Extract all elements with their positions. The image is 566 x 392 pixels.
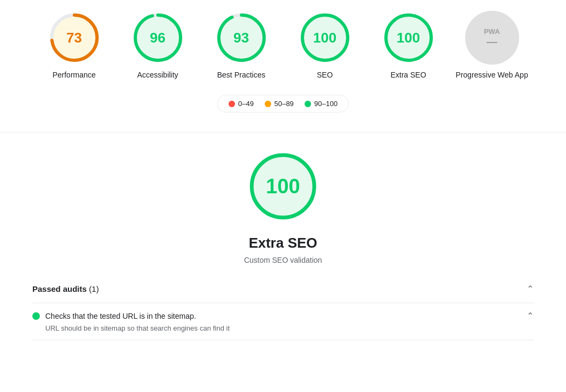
audit-list: Checks that the tested URL is in the sit… [32,303,534,340]
audit-expand-icon[interactable]: ⌃ [527,311,534,321]
audit-item-left: Checks that the tested URL is in the sit… [32,312,196,320]
pwa-label: PWA [484,27,500,36]
score-value-best-practices: 93 [233,30,249,46]
legend-item-mid: 50–89 [265,100,294,108]
main-score-subtitle: Custom SEO validation [244,256,322,264]
main-score-title: Extra SEO [249,235,317,251]
score-circle-pwa: PWA — [465,11,519,65]
score-value-accessibility: 96 [150,30,165,46]
score-circle-seo: 100 [298,11,352,65]
audits-header[interactable]: Passed audits (1) ⌃ [32,275,534,303]
legend-dot-green [305,101,311,107]
legend-item-low: 0–49 [229,100,254,108]
score-card-extra-seo[interactable]: 100 Extra SEO [369,11,447,80]
score-label-best-practices: Best Practices [217,70,265,80]
score-value-extra-seo: 100 [397,30,420,46]
audits-count: (1) [89,284,99,293]
score-label-performance: Performance [52,70,95,80]
score-circle-extra-seo: 100 [382,11,436,65]
legend-dot-red [229,101,235,107]
score-label-accessibility: Accessibility [137,70,178,80]
score-circle-best-practices: 93 [215,11,268,65]
audit-pass-dot [32,312,40,320]
pwa-dash: — [484,36,500,48]
score-circle-performance: 73 [47,11,101,65]
legend-range-mid: 50–89 [274,100,294,108]
score-label-seo: SEO [317,70,333,80]
legend-item-high: 90–100 [305,100,337,108]
chevron-up-icon: ⌃ [527,284,534,294]
audits-title: Passed audits (1) [32,284,99,293]
score-card-performance[interactable]: 73 Performance [35,11,113,80]
score-circle-accessibility: 96 [131,11,185,65]
audit-item-title: Checks that the tested URL is in the sit… [45,312,196,320]
audit-item[interactable]: Checks that the tested URL is in the sit… [32,303,534,340]
score-label-extra-seo: Extra SEO [390,70,426,80]
legend-range-high: 90–100 [314,100,337,108]
score-value-performance: 73 [66,30,82,46]
main-score-section: 100 Extra SEO Custom SEO validation [0,132,566,275]
audits-section: Passed audits (1) ⌃ Checks that the test… [0,275,566,340]
main-score-value: 100 [266,175,300,198]
score-card-accessibility[interactable]: 96 Accessibility [119,11,197,80]
score-card-best-practices[interactable]: 93 Best Practices [202,11,280,80]
score-card-seo[interactable]: 100 SEO [286,11,364,80]
legend-bar: 0–49 50–89 90–100 [217,95,349,113]
legend-dot-orange [265,101,271,107]
main-score-circle: 100 [245,149,321,224]
top-section: 73 Performance 96 Accessibility 93 Best … [0,0,566,90]
score-value-seo: 100 [313,30,336,46]
audit-item-header: Checks that the tested URL is in the sit… [32,311,534,321]
legend-container: 0–49 50–89 90–100 [0,90,566,123]
score-label-pwa: Progressive Web App [455,70,528,80]
audit-item-description: URL should be in sitemap so that search … [32,324,534,332]
score-card-pwa[interactable]: PWA — Progressive Web App [453,11,531,80]
legend-range-low: 0–49 [238,100,254,108]
